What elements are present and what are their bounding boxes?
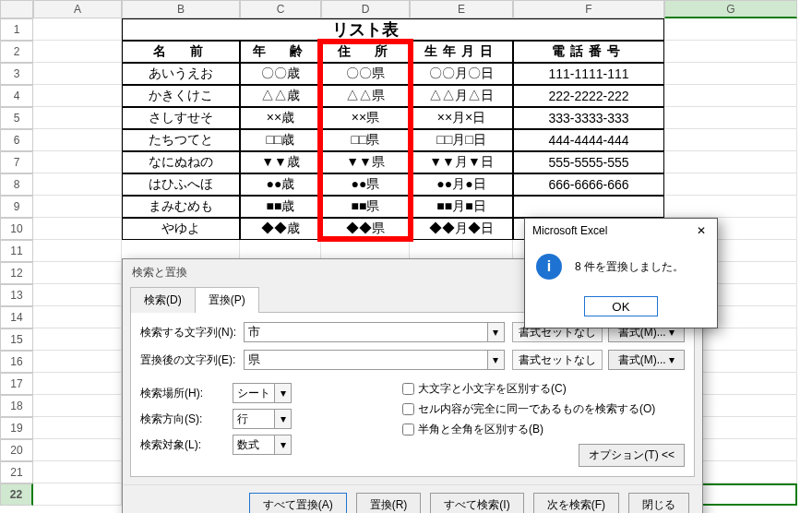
cell-G5[interactable]	[664, 107, 797, 129]
cell-F1[interactable]	[513, 18, 664, 41]
lookin-dropdown[interactable]: ▾	[275, 435, 292, 455]
cell-D10[interactable]: ◆◆県	[321, 218, 410, 240]
find-dropdown[interactable]: ▾	[488, 322, 505, 342]
cell-E9[interactable]: ■■月■日	[410, 196, 513, 218]
row-header-11[interactable]: 11	[0, 240, 33, 262]
row-header-22[interactable]: 22	[0, 483, 33, 506]
col-header-G[interactable]: G	[664, 0, 797, 18]
cell-D5[interactable]: ××県	[321, 107, 410, 129]
col-header-D[interactable]: D	[321, 0, 410, 18]
cell-B10[interactable]: やゆよ	[122, 218, 240, 240]
cell-D9[interactable]: ■■県	[321, 196, 410, 218]
row-header-15[interactable]: 15	[0, 328, 33, 351]
cell-E2[interactable]: 生年月日	[410, 41, 513, 63]
row-header-18[interactable]: 18	[0, 395, 33, 417]
cell-B2[interactable]: 名 前	[122, 41, 240, 63]
within-dropdown[interactable]: ▾	[275, 383, 292, 403]
col-header-B[interactable]: B	[122, 0, 240, 18]
row-header-16[interactable]: 16	[0, 351, 33, 373]
cell-B5[interactable]: さしすせそ	[122, 107, 240, 129]
replace-format-button[interactable]: 書式(M)... ▾	[608, 350, 685, 370]
cell-B6[interactable]: たちつてと	[122, 129, 240, 151]
direction-select[interactable]: 行	[233, 409, 275, 429]
cell-E5[interactable]: ××月×日	[410, 107, 513, 129]
row-header-21[interactable]: 21	[0, 461, 33, 483]
cell-A7[interactable]	[33, 151, 122, 173]
cell-E6[interactable]: □□月□日	[410, 129, 513, 151]
cell-F5[interactable]: 333-3333-333	[513, 107, 664, 129]
cell-E1[interactable]	[410, 18, 513, 41]
close-button[interactable]: 閉じる	[628, 493, 689, 513]
cell-A11[interactable]	[33, 240, 122, 262]
lookin-select[interactable]: 数式	[233, 435, 275, 455]
find-all-button[interactable]: すべて検索(I)	[430, 493, 523, 513]
col-header-C[interactable]: C	[240, 0, 321, 18]
cell-A1[interactable]	[33, 18, 122, 41]
ok-button[interactable]: OK	[584, 296, 658, 316]
cell-A5[interactable]	[33, 107, 122, 129]
cell-F7[interactable]: 555-5555-555	[513, 151, 664, 173]
cell-E8[interactable]: ●●月●日	[410, 173, 513, 196]
cell-F9[interactable]	[513, 196, 664, 218]
tab-find[interactable]: 検索(D)	[130, 287, 196, 313]
select-all-corner[interactable]	[0, 0, 33, 18]
close-icon[interactable]: ✕	[693, 224, 710, 237]
cell-A18[interactable]	[33, 395, 122, 417]
cell-A15[interactable]	[33, 328, 122, 351]
cell-B1[interactable]	[122, 18, 240, 41]
replace-input[interactable]	[244, 350, 488, 370]
cell-C7[interactable]: ▼▼歳	[240, 151, 321, 173]
row-header-3[interactable]: 3	[0, 63, 33, 85]
row-header-14[interactable]: 14	[0, 306, 33, 328]
cell-A13[interactable]	[33, 284, 122, 306]
cell-B7[interactable]: なにぬねの	[122, 151, 240, 173]
cell-F8[interactable]: 666-6666-666	[513, 173, 664, 196]
cell-E3[interactable]: 〇〇月〇日	[410, 63, 513, 85]
row-header-19[interactable]: 19	[0, 417, 33, 439]
cell-G1[interactable]	[664, 18, 797, 41]
cell-C1[interactable]	[240, 18, 321, 41]
cell-D8[interactable]: ●●県	[321, 173, 410, 196]
cell-A20[interactable]	[33, 439, 122, 461]
cell-E7[interactable]: ▼▼月▼日	[410, 151, 513, 173]
row-header-17[interactable]: 17	[0, 373, 33, 395]
cell-F2[interactable]: 電話番号	[513, 41, 664, 63]
row-header-6[interactable]: 6	[0, 129, 33, 151]
cell-C10[interactable]: ◆◆歳	[240, 218, 321, 240]
cell-C9[interactable]: ■■歳	[240, 196, 321, 218]
cell-C4[interactable]: △△歳	[240, 85, 321, 107]
row-header-8[interactable]: 8	[0, 173, 33, 196]
cell-D2[interactable]: 住 所	[321, 41, 410, 63]
replace-dropdown[interactable]: ▾	[488, 350, 505, 370]
cell-B3[interactable]: あいうえお	[122, 63, 240, 85]
replace-button[interactable]: 置換(R)	[356, 493, 422, 513]
cell-A2[interactable]	[33, 41, 122, 63]
col-header-E[interactable]: E	[410, 0, 513, 18]
cell-A3[interactable]	[33, 63, 122, 85]
cell-F3[interactable]: 111-1111-111	[513, 63, 664, 85]
cell-C6[interactable]: □□歳	[240, 129, 321, 151]
direction-dropdown[interactable]: ▾	[275, 409, 292, 429]
row-header-1[interactable]: 1	[0, 18, 33, 41]
cell-C2[interactable]: 年 齢	[240, 41, 321, 63]
row-header-20[interactable]: 20	[0, 439, 33, 461]
row-header-9[interactable]: 9	[0, 196, 33, 218]
cell-A8[interactable]	[33, 173, 122, 196]
cell-D7[interactable]: ▼▼県	[321, 151, 410, 173]
cell-G6[interactable]	[664, 129, 797, 151]
cell-C8[interactable]: ●●歳	[240, 173, 321, 196]
find-next-button[interactable]: 次を検索(F)	[533, 493, 619, 513]
cell-A17[interactable]	[33, 373, 122, 395]
row-header-4[interactable]: 4	[0, 85, 33, 107]
row-header-5[interactable]: 5	[0, 107, 33, 129]
cell-D3[interactable]: 〇〇県	[321, 63, 410, 85]
options-button[interactable]: オプション(T) <<	[579, 444, 685, 467]
cell-A16[interactable]	[33, 351, 122, 373]
row-header-10[interactable]: 10	[0, 218, 33, 240]
cell-A10[interactable]	[33, 218, 122, 240]
width-checkbox[interactable]	[402, 424, 414, 435]
row-header-12[interactable]: 12	[0, 262, 33, 284]
cell-A22[interactable]	[33, 483, 122, 506]
tab-replace[interactable]: 置換(P)	[195, 287, 259, 313]
row-header-7[interactable]: 7	[0, 151, 33, 173]
